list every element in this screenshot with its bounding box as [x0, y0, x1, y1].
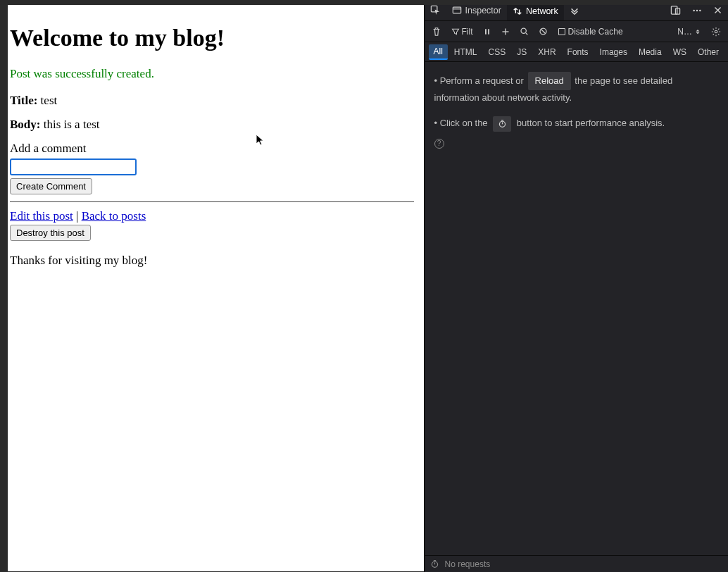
throttle-label: N…	[677, 27, 692, 37]
back-to-posts-link[interactable]: Back to posts	[82, 209, 146, 223]
settings-icon[interactable]	[707, 24, 725, 39]
destroy-post-button[interactable]: Destroy this post	[10, 225, 91, 241]
add-icon[interactable]	[497, 24, 514, 39]
hint-text: button to start performance analysis.	[517, 118, 665, 128]
footer-text: Thanks for visiting my blog!	[10, 254, 414, 268]
svg-rect-10	[485, 29, 487, 35]
network-filters: All HTML CSS JS XHR Fonts Images Media W…	[425, 42, 728, 62]
stopwatch-icon	[430, 559, 439, 568]
hint-request: • Perform a request or Reload the page t…	[434, 72, 718, 106]
svg-point-7	[699, 9, 701, 11]
comment-label: Add a comment	[10, 142, 414, 156]
body-label: Body:	[10, 118, 40, 131]
svg-line-17	[541, 29, 546, 34]
flash-message: Post was successfully created.	[10, 67, 414, 81]
link-separator: |	[76, 209, 78, 223]
search-icon[interactable]	[515, 24, 533, 39]
left-gutter	[0, 5, 8, 572]
svg-point-14	[521, 28, 526, 33]
filter-images[interactable]: Images	[595, 45, 632, 59]
help-icon[interactable]: ?	[434, 139, 444, 149]
filter-other[interactable]: Other	[693, 45, 724, 59]
disable-cache-label: Disable Cache	[568, 27, 623, 37]
filter-xhr[interactable]: XHR	[533, 45, 560, 59]
filter-all[interactable]: All	[429, 44, 448, 60]
filter-css[interactable]: CSS	[484, 45, 511, 59]
hint-text: • Perform a request or	[434, 75, 524, 86]
body-value: this is a test	[44, 118, 100, 131]
svg-point-6	[696, 9, 698, 11]
title-value: test	[41, 94, 58, 107]
svg-rect-3	[671, 6, 677, 14]
divider	[10, 201, 414, 202]
filter-js[interactable]: JS	[512, 45, 532, 59]
svg-point-5	[693, 9, 695, 11]
block-icon[interactable]	[534, 24, 552, 39]
window-titlebar	[0, 0, 728, 5]
svg-rect-4	[676, 8, 680, 14]
page-content: Welcome to my blog! Post was successfull…	[0, 5, 424, 571]
hint-performance: • Click on the button to start performan…	[434, 116, 718, 132]
filter-fonts[interactable]: Fonts	[563, 45, 594, 59]
hint-text: • Click on the	[434, 118, 488, 128]
tab-network-label: Network	[526, 6, 558, 16]
filter-placeholder: Filt	[462, 27, 473, 37]
tab-inspector-label: Inspector	[465, 6, 501, 15]
svg-point-19	[715, 30, 717, 33]
svg-rect-1	[453, 7, 460, 13]
network-empty-body: • Perform a request or Reload the page t…	[425, 62, 728, 555]
devtools-panel: Inspector Network	[424, 0, 728, 572]
body-row: Body: this is a test	[10, 118, 414, 132]
throttle-select[interactable]: N…	[673, 24, 705, 39]
stopwatch-icon[interactable]	[493, 116, 511, 132]
filter-input[interactable]: Filt	[447, 24, 477, 39]
reload-button[interactable]: Reload	[528, 72, 571, 90]
comment-input[interactable]	[10, 158, 137, 175]
page-heading: Welcome to my blog!	[10, 25, 414, 51]
pause-icon[interactable]	[479, 24, 496, 39]
filter-media[interactable]: Media	[634, 45, 667, 59]
title-row: Title: test	[10, 94, 414, 108]
title-label: Title:	[10, 94, 37, 107]
network-statusbar: No requests	[425, 555, 728, 572]
clear-icon[interactable]	[427, 24, 446, 39]
svg-rect-11	[488, 29, 489, 35]
disable-cache-toggle[interactable]: Disable Cache	[553, 24, 627, 39]
post-actions-row: Edit this post | Back to posts	[10, 209, 414, 223]
filter-html[interactable]: HTML	[449, 45, 482, 59]
filter-ws[interactable]: WS	[668, 45, 691, 59]
create-comment-button[interactable]: Create Comment	[10, 178, 92, 194]
svg-rect-18	[558, 28, 565, 35]
edit-post-link[interactable]: Edit this post	[10, 209, 73, 223]
svg-line-15	[525, 33, 527, 35]
status-text: No requests	[445, 559, 491, 569]
network-toolbar: Filt Disable Cache N…	[425, 21, 728, 42]
